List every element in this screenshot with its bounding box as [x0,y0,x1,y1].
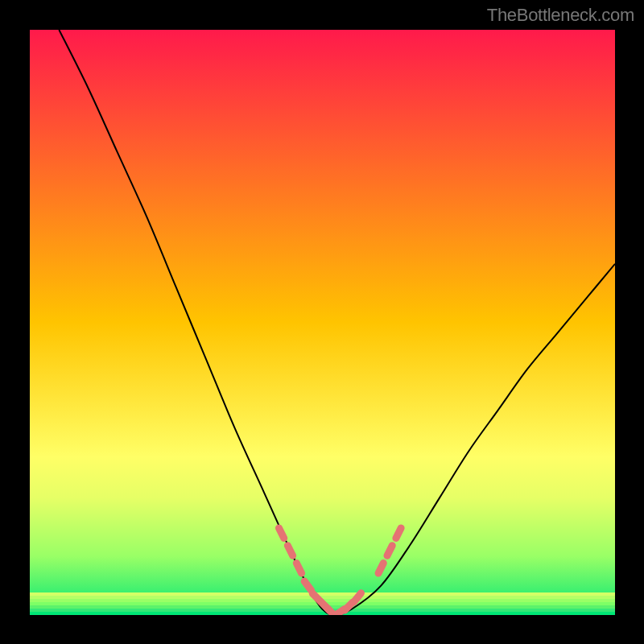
bottleneck-chart: TheBottleneck.com [0,0,644,644]
curve-marker [387,546,392,556]
curve-marker [279,528,283,539]
curve-marker [396,528,401,539]
curve-marker [296,564,301,574]
plot-background [30,30,615,615]
svg-rect-1 [30,592,615,596]
curve-marker [287,546,292,556]
curve-marker [378,564,383,574]
attribution-text: TheBottleneck.com [487,5,634,26]
chart-svg [0,0,644,644]
svg-rect-7 [30,612,615,615]
